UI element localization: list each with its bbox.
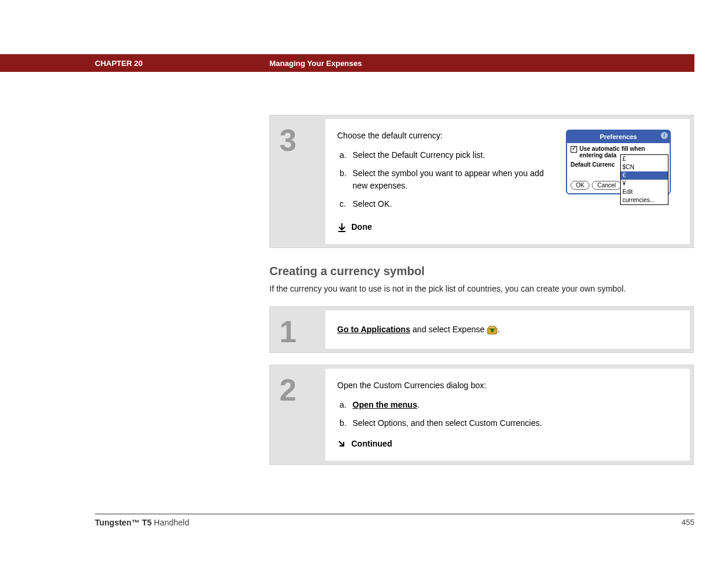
main-content: 3 Choose the default currency: a. Select… <box>269 115 694 477</box>
svg-point-4 <box>491 329 493 332</box>
checkbox-icon[interactable]: ✓ <box>571 146 577 153</box>
step-text: Choose the default currency: a. Select t… <box>337 130 566 233</box>
open-menus-link[interactable]: Open the menus <box>353 400 417 409</box>
step-body: Choose the default currency: a. Select t… <box>325 119 690 244</box>
sub-label-a: a. <box>340 149 353 161</box>
step-text: Open the Custom Currencies dialog box: a… <box>337 379 678 450</box>
preferences-title: Preferences i <box>567 131 670 143</box>
step-number-col: 3 <box>274 119 325 244</box>
expense-icon <box>487 325 498 335</box>
ok-button[interactable]: OK <box>571 181 589 190</box>
step-body: Open the Custom Currencies dialog box: a… <box>325 369 690 461</box>
step1-dot: . <box>498 325 500 334</box>
step-text: Go to Applications and select Expense . <box>337 323 678 336</box>
step-3-box: 3 Choose the default currency: a. Select… <box>269 115 694 248</box>
section-heading: Creating a currency symbol <box>269 265 694 278</box>
sub-text-b: Select Options, and then select Custom C… <box>353 417 671 429</box>
currency-option-scn[interactable]: $CN <box>621 163 668 171</box>
step-2-box: 2 Open the Custom Currencies dialog box:… <box>269 365 694 465</box>
palm-screenshot: Preferences i ✓ Use automatic fill when … <box>566 130 678 233</box>
chapter-title: Managing Your Expenses <box>269 59 362 68</box>
continued-arrow-icon <box>337 439 347 449</box>
currency-option-euro[interactable]: € <box>621 171 668 180</box>
sub-label-c: c. <box>340 198 353 210</box>
svg-line-5 <box>339 441 344 446</box>
chapter-header: CHAPTER 20 Managing Your Expenses <box>0 54 694 72</box>
chapter-label: CHAPTER 20 <box>95 59 143 68</box>
default-currency-label: Default Currenc <box>571 160 615 169</box>
sub-text-b: Select the symbol you want to appear whe… <box>353 167 559 192</box>
continued-label: Continued <box>351 438 392 450</box>
currency-option-yen[interactable]: ¥ <box>621 180 668 188</box>
page-number: 455 <box>681 518 694 527</box>
step-1-box: 1 Go to Applications and select Expense … <box>269 306 694 353</box>
step3-intro: Choose the default currency: <box>337 130 559 142</box>
sub-text-c: Select OK. <box>353 198 559 210</box>
step1-rest: and select Expense <box>410 325 487 334</box>
svg-rect-3 <box>489 326 496 329</box>
sub-label-b: b. <box>340 417 353 429</box>
cancel-button[interactable]: Cancel <box>592 181 621 190</box>
done-row: Done <box>337 221 559 233</box>
done-label: Done <box>351 221 372 233</box>
currency-dropdown[interactable]: £ $CN € ¥ Edit currencies... <box>620 154 668 205</box>
continued-row: Continued <box>337 438 671 450</box>
page-footer: Tungsten™ T5 Handheld 455 <box>95 514 694 527</box>
step-number: 3 <box>279 125 325 156</box>
sub-text-a: Select the Default Currency pick list. <box>353 149 559 161</box>
product-name: Tungsten™ T5 Handheld <box>95 518 189 527</box>
section-para: If the currency you want to use is not i… <box>269 284 694 293</box>
preferences-dialog: Preferences i ✓ Use automatic fill when … <box>566 130 671 194</box>
step-number-col: 1 <box>274 310 325 349</box>
step-body: Go to Applications and select Expense . <box>325 310 690 349</box>
step2-a-dot: . <box>417 400 420 409</box>
step-number: 2 <box>279 375 325 405</box>
done-arrow-icon <box>337 223 347 232</box>
sub-label-a: a. <box>340 399 353 411</box>
info-icon[interactable]: i <box>661 132 668 139</box>
currency-option-pound[interactable]: £ <box>621 155 668 163</box>
go-to-applications-link[interactable]: Go to Applications <box>337 325 410 334</box>
step2-intro: Open the Custom Currencies dialog box: <box>337 379 671 392</box>
currency-option-edit[interactable]: Edit currencies... <box>621 188 668 204</box>
step-number: 1 <box>279 316 325 347</box>
sub-label-b: b. <box>340 167 353 192</box>
step-number-col: 2 <box>274 369 325 461</box>
